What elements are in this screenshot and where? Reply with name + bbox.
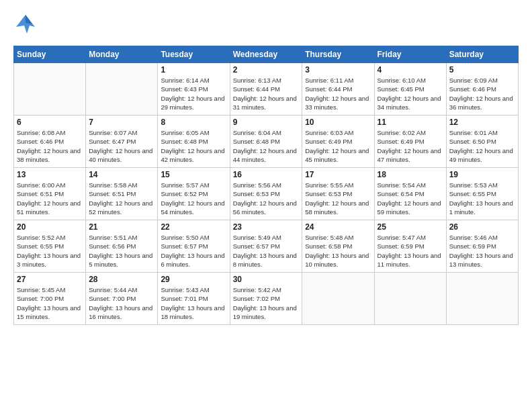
- page: SundayMondayTuesdayWednesdayThursdayFrid…: [0, 0, 532, 411]
- day-info: Sunrise: 6:00 AM Sunset: 6:51 PM Dayligh…: [17, 181, 83, 216]
- calendar-cell: 21Sunrise: 5:51 AM Sunset: 6:56 PM Dayli…: [86, 220, 158, 273]
- day-number: 5: [449, 65, 515, 75]
- day-info: Sunrise: 5:44 AM Sunset: 7:00 PM Dayligh…: [89, 285, 154, 321]
- day-number: 9: [233, 118, 300, 127]
- day-number: 15: [161, 170, 226, 179]
- weekday-header-friday: Friday: [374, 46, 446, 63]
- week-row-3: 20Sunrise: 5:52 AM Sunset: 6:55 PM Dayli…: [14, 220, 519, 273]
- day-number: 17: [305, 170, 371, 179]
- day-number: 1: [161, 65, 226, 75]
- logo: [13, 12, 42, 39]
- logo-bird-icon: [13, 12, 38, 39]
- week-row-1: 6Sunrise: 6:08 AM Sunset: 6:46 PM Daylig…: [14, 116, 519, 168]
- day-info: Sunrise: 5:43 AM Sunset: 7:01 PM Dayligh…: [161, 285, 226, 321]
- day-info: Sunrise: 5:56 AM Sunset: 6:53 PM Dayligh…: [233, 181, 300, 216]
- day-number: 10: [305, 118, 371, 127]
- week-row-2: 13Sunrise: 6:00 AM Sunset: 6:51 PM Dayli…: [14, 168, 519, 220]
- week-row-0: 1Sunrise: 6:14 AM Sunset: 6:43 PM Daylig…: [14, 63, 519, 116]
- day-number: 14: [89, 170, 154, 179]
- calendar-cell: 20Sunrise: 5:52 AM Sunset: 6:55 PM Dayli…: [14, 220, 86, 273]
- calendar-cell: [14, 63, 86, 116]
- day-number: 11: [378, 118, 443, 127]
- calendar-body: 1Sunrise: 6:14 AM Sunset: 6:43 PM Daylig…: [14, 63, 519, 325]
- calendar-cell: [446, 273, 518, 325]
- day-info: Sunrise: 5:46 AM Sunset: 6:59 PM Dayligh…: [449, 233, 515, 269]
- day-number: 6: [17, 118, 83, 127]
- day-number: 2: [233, 65, 300, 75]
- day-number: 12: [449, 118, 515, 127]
- day-info: Sunrise: 5:58 AM Sunset: 6:51 PM Dayligh…: [89, 181, 154, 216]
- calendar-cell: 17Sunrise: 5:55 AM Sunset: 6:53 PM Dayli…: [302, 168, 374, 220]
- day-info: Sunrise: 5:45 AM Sunset: 7:00 PM Dayligh…: [17, 285, 83, 321]
- calendar-cell: 30Sunrise: 5:42 AM Sunset: 7:02 PM Dayli…: [230, 273, 302, 325]
- calendar-cell: [374, 273, 446, 325]
- day-number: 18: [378, 170, 443, 179]
- day-info: Sunrise: 6:13 AM Sunset: 6:44 PM Dayligh…: [233, 76, 300, 111]
- day-number: 3: [305, 65, 371, 75]
- day-number: 22: [161, 222, 226, 232]
- calendar-cell: 4Sunrise: 6:10 AM Sunset: 6:45 PM Daylig…: [374, 63, 446, 116]
- svg-marker-1: [26, 15, 32, 24]
- calendar-cell: 22Sunrise: 5:50 AM Sunset: 6:57 PM Dayli…: [158, 220, 230, 273]
- day-info: Sunrise: 6:05 AM Sunset: 6:48 PM Dayligh…: [161, 128, 226, 164]
- day-number: 21: [89, 222, 154, 232]
- weekday-header-thursday: Thursday: [302, 46, 374, 63]
- calendar-cell: 23Sunrise: 5:49 AM Sunset: 6:57 PM Dayli…: [230, 220, 302, 273]
- day-info: Sunrise: 6:08 AM Sunset: 6:46 PM Dayligh…: [17, 128, 83, 164]
- weekday-header-monday: Monday: [86, 46, 158, 63]
- calendar-cell: 24Sunrise: 5:48 AM Sunset: 6:58 PM Dayli…: [302, 220, 374, 273]
- weekday-header-saturday: Saturday: [446, 46, 518, 63]
- day-info: Sunrise: 5:55 AM Sunset: 6:53 PM Dayligh…: [305, 181, 371, 216]
- day-info: Sunrise: 5:53 AM Sunset: 6:55 PM Dayligh…: [449, 181, 515, 216]
- day-number: 4: [378, 65, 443, 75]
- calendar-cell: 15Sunrise: 5:57 AM Sunset: 6:52 PM Dayli…: [158, 168, 230, 220]
- calendar-cell: 13Sunrise: 6:00 AM Sunset: 6:51 PM Dayli…: [14, 168, 86, 220]
- calendar-cell: 11Sunrise: 6:02 AM Sunset: 6:49 PM Dayli…: [374, 116, 446, 168]
- calendar-cell: 9Sunrise: 6:04 AM Sunset: 6:48 PM Daylig…: [230, 116, 302, 168]
- day-number: 26: [449, 222, 515, 232]
- calendar-cell: 10Sunrise: 6:03 AM Sunset: 6:49 PM Dayli…: [302, 116, 374, 168]
- day-info: Sunrise: 6:14 AM Sunset: 6:43 PM Dayligh…: [161, 76, 226, 111]
- day-info: Sunrise: 6:03 AM Sunset: 6:49 PM Dayligh…: [305, 128, 371, 164]
- day-info: Sunrise: 6:02 AM Sunset: 6:49 PM Dayligh…: [378, 128, 443, 164]
- day-info: Sunrise: 5:47 AM Sunset: 6:59 PM Dayligh…: [378, 233, 443, 269]
- day-number: 28: [89, 275, 154, 284]
- day-info: Sunrise: 6:04 AM Sunset: 6:48 PM Dayligh…: [233, 128, 300, 164]
- day-info: Sunrise: 6:10 AM Sunset: 6:45 PM Dayligh…: [378, 76, 443, 111]
- day-number: 30: [233, 275, 300, 284]
- weekday-header-tuesday: Tuesday: [158, 46, 230, 63]
- day-number: 7: [89, 118, 154, 127]
- day-number: 13: [17, 170, 83, 179]
- header: [13, 12, 519, 39]
- calendar-cell: 28Sunrise: 5:44 AM Sunset: 7:00 PM Dayli…: [86, 273, 158, 325]
- calendar-cell: 3Sunrise: 6:11 AM Sunset: 6:44 PM Daylig…: [302, 63, 374, 116]
- calendar-cell: [302, 273, 374, 325]
- day-info: Sunrise: 5:52 AM Sunset: 6:55 PM Dayligh…: [17, 233, 83, 269]
- calendar-cell: 19Sunrise: 5:53 AM Sunset: 6:55 PM Dayli…: [446, 168, 518, 220]
- calendar-cell: 6Sunrise: 6:08 AM Sunset: 6:46 PM Daylig…: [14, 116, 86, 168]
- day-info: Sunrise: 5:50 AM Sunset: 6:57 PM Dayligh…: [161, 233, 226, 269]
- calendar-cell: 18Sunrise: 5:54 AM Sunset: 6:54 PM Dayli…: [374, 168, 446, 220]
- day-info: Sunrise: 5:54 AM Sunset: 6:54 PM Dayligh…: [378, 181, 443, 216]
- day-info: Sunrise: 5:49 AM Sunset: 6:57 PM Dayligh…: [233, 233, 300, 269]
- day-info: Sunrise: 5:51 AM Sunset: 6:56 PM Dayligh…: [89, 233, 154, 269]
- calendar-cell: 29Sunrise: 5:43 AM Sunset: 7:01 PM Dayli…: [158, 273, 230, 325]
- day-info: Sunrise: 5:57 AM Sunset: 6:52 PM Dayligh…: [161, 181, 226, 216]
- day-number: 8: [161, 118, 226, 127]
- week-row-4: 27Sunrise: 5:45 AM Sunset: 7:00 PM Dayli…: [14, 273, 519, 325]
- calendar-cell: 8Sunrise: 6:05 AM Sunset: 6:48 PM Daylig…: [158, 116, 230, 168]
- day-number: 16: [233, 170, 300, 179]
- day-number: 23: [233, 222, 300, 232]
- day-number: 25: [378, 222, 443, 232]
- weekday-row: SundayMondayTuesdayWednesdayThursdayFrid…: [14, 46, 519, 63]
- calendar-cell: 12Sunrise: 6:01 AM Sunset: 6:50 PM Dayli…: [446, 116, 518, 168]
- calendar-cell: 2Sunrise: 6:13 AM Sunset: 6:44 PM Daylig…: [230, 63, 302, 116]
- calendar-table: SundayMondayTuesdayWednesdayThursdayFrid…: [13, 46, 519, 325]
- weekday-header-sunday: Sunday: [14, 46, 86, 63]
- weekday-header-wednesday: Wednesday: [230, 46, 302, 63]
- day-info: Sunrise: 6:09 AM Sunset: 6:46 PM Dayligh…: [449, 76, 515, 111]
- day-number: 20: [17, 222, 83, 232]
- day-number: 29: [161, 275, 226, 284]
- day-info: Sunrise: 6:01 AM Sunset: 6:50 PM Dayligh…: [449, 128, 515, 164]
- day-number: 19: [449, 170, 515, 179]
